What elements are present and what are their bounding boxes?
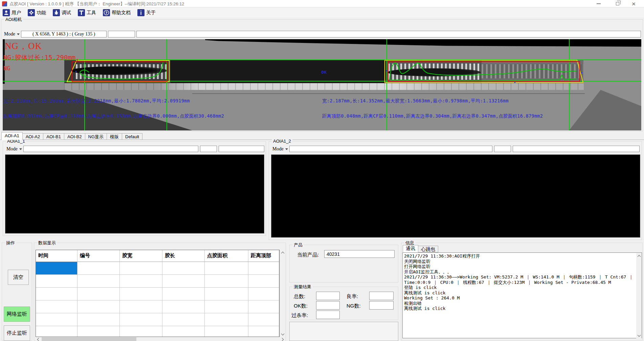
table-cell[interactable] xyxy=(205,313,248,326)
col-id[interactable]: 编号 xyxy=(77,250,120,262)
table-cell[interactable] xyxy=(36,313,77,326)
table-cell[interactable] xyxy=(162,313,205,326)
table-cell[interactable] xyxy=(162,262,205,275)
table-cell[interactable] xyxy=(205,275,248,288)
aoia1-2-field-3[interactable] xyxy=(513,146,640,152)
table-cell[interactable] xyxy=(77,262,120,275)
table-cell[interactable] xyxy=(120,326,162,337)
table-cell-selected[interactable] xyxy=(36,262,77,275)
aoia1-2-field-1[interactable] xyxy=(289,146,492,152)
tab-aoi-b2[interactable]: AOI-B2 xyxy=(64,133,85,140)
table-cell[interactable] xyxy=(248,313,279,326)
log-line: 离线测试 is click xyxy=(404,306,640,311)
table-cell[interactable] xyxy=(248,262,279,275)
tab-ng-display[interactable]: NG显示 xyxy=(85,133,107,140)
col-time[interactable]: 时间 xyxy=(36,250,77,262)
overkill-field[interactable] xyxy=(316,311,340,319)
col-glue-area[interactable]: 点胶面积 xyxy=(205,250,248,262)
camera-field-2[interactable] xyxy=(108,31,135,38)
camera-coords-field[interactable]: ( X 6568, Y 1463 ) : ( Gray 135 ) xyxy=(21,31,107,38)
restore-button[interactable] xyxy=(610,0,625,7)
table-cell[interactable] xyxy=(248,300,279,313)
table-cell[interactable] xyxy=(248,326,279,337)
tab-heartbeat[interactable]: 心跳包 xyxy=(418,246,438,252)
camera-field-3[interactable] xyxy=(136,31,641,38)
camera-mode-dropdown[interactable]: Mode xyxy=(3,31,21,38)
table-cell[interactable] xyxy=(205,262,248,275)
scroll-up-icon[interactable] xyxy=(636,253,642,259)
toolbar-help[interactable]: ? 帮助文档 xyxy=(103,9,131,16)
aoia1-2-canvas[interactable] xyxy=(271,154,640,238)
col-glue-length[interactable]: 胶长 xyxy=(162,250,205,262)
toolbar-debug[interactable]: 调试 xyxy=(53,9,71,16)
table-cell[interactable] xyxy=(120,288,162,300)
toolbar-user[interactable]: 用户 xyxy=(3,9,21,16)
network-listen-button[interactable]: 网络监听 xyxy=(4,307,30,322)
table-cell[interactable] xyxy=(36,300,77,313)
table-cell[interactable] xyxy=(36,275,77,288)
aoia1-1-field-2[interactable] xyxy=(200,146,217,152)
scroll-down-icon[interactable] xyxy=(280,332,285,337)
tab-aoi-b1[interactable]: AOI-B1 xyxy=(43,133,64,140)
table-cell[interactable] xyxy=(162,288,205,300)
table-cell[interactable] xyxy=(36,326,77,337)
table-vertical-scrollbar[interactable] xyxy=(280,250,285,337)
tab-aoi-a2[interactable]: AOI-A2 xyxy=(23,133,44,140)
log-vertical-scrollbar[interactable] xyxy=(636,253,642,338)
right-stats-line1: 宽:2.187mm,长:14.352mm,最大胶宽:1.5663mm,最小:0.… xyxy=(322,98,509,104)
tab-default[interactable]: Default xyxy=(122,133,142,140)
scroll-left-icon[interactable] xyxy=(36,337,41,341)
scroll-down-icon[interactable] xyxy=(636,333,642,338)
aoia1-1-field-1[interactable] xyxy=(23,146,198,152)
tab-comm[interactable]: 通讯 xyxy=(403,245,418,252)
table-cell[interactable] xyxy=(77,288,120,300)
table-cell[interactable] xyxy=(77,275,120,288)
table-cell[interactable] xyxy=(77,326,120,337)
minimize-icon xyxy=(597,3,601,4)
toolbar-function[interactable]: 功能 xyxy=(28,9,46,16)
table-cell[interactable] xyxy=(205,288,248,300)
current-product-field[interactable]: 40231 xyxy=(324,250,395,258)
scrollbar-thumb[interactable] xyxy=(42,337,136,341)
tab-template[interactable]: 模版 xyxy=(107,133,122,140)
ok-count-field[interactable] xyxy=(316,301,340,310)
close-button[interactable]: ✕ xyxy=(626,0,641,7)
toolbar-about[interactable]: 关于 xyxy=(137,9,156,16)
table-cell[interactable] xyxy=(120,262,162,275)
table-cell[interactable] xyxy=(77,313,120,326)
comm-log[interactable]: 2021/7/29 11:36:30:AOI程序打开 关闭网络监听 打开网络监听… xyxy=(402,252,642,338)
table-cell[interactable] xyxy=(205,300,248,313)
yield-field[interactable] xyxy=(369,292,394,300)
aoia1-1-canvas[interactable] xyxy=(5,154,264,234)
scroll-up-icon[interactable] xyxy=(280,250,285,255)
scroll-right-icon[interactable] xyxy=(280,337,285,341)
table-cell[interactable] xyxy=(162,300,205,313)
table-cell[interactable] xyxy=(77,300,120,313)
stop-listen-button[interactable]: 停止监听 xyxy=(4,325,30,341)
table-cell[interactable] xyxy=(162,275,205,288)
table-cell[interactable] xyxy=(120,300,162,313)
aoia1-1-field-3[interactable] xyxy=(219,146,264,152)
left-stats-line2: 距离顶部0.031mm,距离CF层0.110mm,距离左边界0.153mm,距离… xyxy=(3,113,224,119)
col-glue-width[interactable]: 胶宽 xyxy=(120,250,162,262)
table-cell[interactable] xyxy=(205,326,248,337)
aoia1-2-field-2[interactable] xyxy=(494,146,511,152)
toolbar-about-label: 关于 xyxy=(146,10,156,16)
table-cell[interactable] xyxy=(120,313,162,326)
ng-count-field[interactable] xyxy=(369,301,394,310)
table-cell[interactable] xyxy=(248,288,279,300)
total-field[interactable] xyxy=(316,292,340,300)
minimize-button[interactable] xyxy=(591,0,606,7)
table-cell[interactable] xyxy=(120,275,162,288)
toolbar-tools[interactable]: 工具 xyxy=(78,9,96,16)
aoia1-1-mode-dropdown[interactable]: Mode xyxy=(5,146,23,152)
camera-canvas[interactable]: NG，OK NG:胶体过长:15.290mm, NG OK 宽:2.218mm,… xyxy=(3,39,641,130)
aoia1-2-mode-dropdown[interactable]: Mode xyxy=(271,146,289,152)
table-cell[interactable] xyxy=(162,326,205,337)
tab-aoi-a1[interactable]: AOI-A1 xyxy=(1,132,23,140)
table-cell[interactable] xyxy=(36,288,77,300)
table-horizontal-scrollbar[interactable] xyxy=(36,337,285,341)
col-dist-top[interactable]: 距离顶部 xyxy=(248,250,279,262)
clear-button[interactable]: 清空 xyxy=(8,270,29,285)
table-cell[interactable] xyxy=(248,275,279,288)
